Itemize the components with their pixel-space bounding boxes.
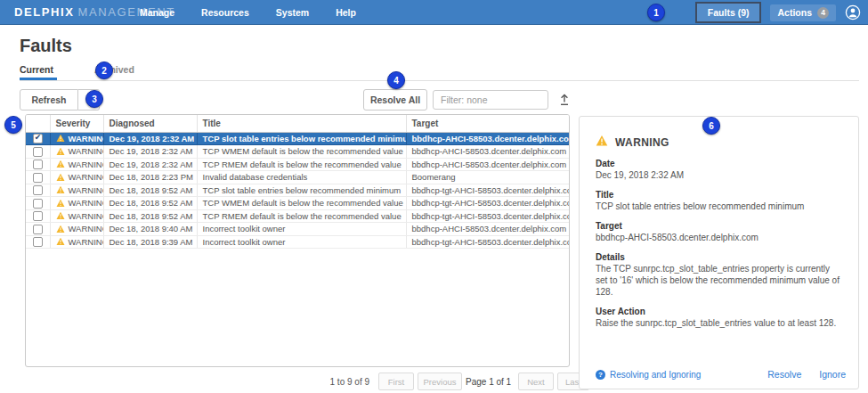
target-cell: bbdhcp-AHCI-58503.dcenter.delphix.com	[406, 132, 570, 145]
row-checkbox[interactable]	[33, 225, 43, 234]
menu-manage[interactable]: Manage	[140, 7, 174, 18]
diagnosed-cell: Dec 19, 2018 2:32 AM	[103, 158, 197, 171]
warning-icon	[596, 135, 608, 150]
target-cell: bbdhcp-tgt-AHCI-58503.dcenter.delphix.co…	[406, 209, 570, 223]
detail-field-target: Target bbdhcp-AHCI-58503.dcenter.delphix…	[596, 221, 843, 243]
field-value: bbdhcp-AHCI-58503.dcenter.delphix.com	[596, 232, 843, 243]
row-checkbox[interactable]	[33, 185, 43, 195]
export-icon[interactable]	[556, 91, 573, 109]
annotation-marker-6: 6	[702, 117, 720, 135]
warning-icon	[56, 185, 65, 194]
user-profile-icon[interactable]	[845, 4, 861, 20]
severity-label: WARNING	[69, 185, 104, 195]
severity-label: WARNING	[69, 237, 104, 247]
first-page-button[interactable]: First	[378, 373, 414, 390]
field-value: Raise the sunrpc.tcp_slot_table_entries …	[596, 317, 843, 329]
col-title: Title	[197, 115, 406, 132]
target-cell: bbdhcp-AHCI-58503.dcenter.delphix.com	[406, 145, 570, 159]
severity-label: WARNING	[69, 146, 104, 156]
field-label: User Action	[596, 307, 843, 316]
fault-row[interactable]: WARNING Dec 18, 2018 9:52 AM TCP RMEM de…	[26, 209, 570, 223]
row-checkbox[interactable]	[33, 134, 43, 143]
detail-severity-header: WARNING	[596, 135, 842, 150]
warning-icon	[56, 160, 65, 168]
resolve-all-button[interactable]: Resolve All	[363, 89, 427, 111]
severity-label: WARNING	[69, 198, 104, 208]
ignore-link[interactable]: Ignore	[819, 369, 846, 380]
diagnosed-cell: Dec 18, 2018 9:39 AM	[103, 235, 197, 249]
select-all-header	[26, 115, 50, 132]
faults-table: Severity Diagnosed Title Target WARNING	[25, 114, 570, 367]
faults-page: DELPHIXMANAGEMENT Manage Resources Syste…	[0, 0, 868, 393]
target-cell: bbdhcp-tgt-AHCI-58503.dcenter.delphix.co…	[406, 197, 570, 210]
warning-icon	[56, 134, 65, 143]
detail-footer: ? Resolving and Ignoring Resolve Ignore	[596, 369, 846, 380]
row-checkbox[interactable]	[33, 160, 43, 169]
row-checkbox[interactable]	[33, 147, 43, 157]
annotation-marker-2: 2	[95, 61, 113, 79]
detail-field-details: Details The TCP sunrpc.tcp_slot_table_en…	[596, 252, 843, 298]
faults-button[interactable]: Faults (9)	[695, 2, 762, 23]
target-cell: bbdhcp-tgt-AHCI-58503.dcenter.delphix.co…	[406, 184, 570, 197]
resolving-and-ignoring-link[interactable]: ? Resolving and Ignoring	[596, 370, 701, 380]
title-cell: TCP slot table entries below recommended…	[197, 184, 406, 197]
row-checkbox[interactable]	[33, 173, 43, 183]
diagnosed-cell: Dec 18, 2018 9:52 AM	[103, 184, 197, 197]
refresh-button[interactable]: Refresh	[20, 89, 78, 111]
menu-resources[interactable]: Resources	[201, 7, 249, 18]
page-indicator: Page 1 of 1	[466, 377, 511, 387]
warning-icon	[56, 147, 65, 156]
title-cell: Incorrect toolkit owner	[197, 235, 406, 249]
actions-count-badge: 4	[817, 7, 829, 19]
fault-row[interactable]: WARNING Dec 19, 2018 2:32 AM TCP RMEM de…	[26, 158, 570, 171]
severity-label: WARNING	[69, 224, 104, 233]
tab-bar: Current Archived	[20, 64, 859, 81]
resolve-link[interactable]: Resolve	[767, 369, 801, 380]
diagnosed-cell: Dec 19, 2018 2:32 AM	[103, 132, 197, 145]
target-cell: bbdhcp-AHCI-58503.dcenter.delphix.com	[406, 158, 570, 171]
row-checkbox[interactable]	[33, 211, 43, 221]
fault-row[interactable]: WARNING Dec 19, 2018 2:32 AM TCP WMEM de…	[26, 145, 570, 159]
title-cell: TCP slot table entries below recommended…	[197, 132, 406, 145]
fault-row[interactable]: WARNING Dec 18, 2018 9:52 AM TCP WMEM de…	[26, 197, 570, 210]
fault-row[interactable]: WARNING Dec 18, 2018 9:52 AM TCP slot ta…	[26, 184, 570, 197]
detail-actions: Resolve Ignore	[767, 369, 846, 380]
warning-icon	[56, 225, 65, 233]
warning-icon	[56, 173, 65, 182]
target-cell: Boomerang	[406, 171, 570, 184]
fault-row[interactable]: WARNING Dec 18, 2018 9:40 AM Incorrect t…	[26, 223, 570, 236]
previous-page-button[interactable]: Previous	[418, 373, 462, 390]
next-page-button[interactable]: Next	[518, 373, 554, 390]
field-label: Target	[596, 221, 843, 231]
actions-button-label: Actions	[777, 7, 812, 18]
topbar-right-cluster: Faults (9) Actions 4	[695, 0, 861, 25]
fault-row[interactable]: WARNING Dec 19, 2018 2:32 AM TCP slot ta…	[26, 132, 570, 145]
row-checkbox[interactable]	[33, 199, 43, 209]
detail-field-title: Title TCP slot table entries below recom…	[596, 190, 843, 212]
tab-current[interactable]: Current	[20, 64, 57, 80]
actions-button[interactable]: Actions 4	[770, 4, 836, 21]
field-value: Dec 19, 2018 2:32 AM	[596, 169, 843, 181]
field-value: The TCP sunrpc.tcp_slot_table_entries pr…	[596, 263, 843, 298]
target-cell: bbdhcp-tgt-AHCI-58503.dcenter.delphix.co…	[406, 235, 570, 249]
filter-input[interactable]	[433, 90, 548, 110]
menu-help[interactable]: Help	[336, 7, 356, 18]
title-cell: Incorrect toolkit owner	[197, 223, 406, 236]
annotation-marker-5: 5	[4, 116, 22, 134]
row-checkbox[interactable]	[33, 237, 43, 247]
diagnosed-cell: Dec 18, 2018 9:52 AM	[103, 197, 197, 210]
field-value: TCP slot table entries below recommended…	[596, 201, 843, 212]
col-severity: Severity	[50, 115, 103, 132]
pagination-bar: 1 to 9 of 9 First Previous Page 1 of 1 N…	[0, 373, 577, 391]
field-label: Details	[596, 252, 843, 262]
detail-field-date: Date Dec 19, 2018 2:32 AM	[596, 159, 843, 181]
title-cell: TCP RMEM default is below the recommende…	[197, 209, 406, 223]
annotation-marker-3: 3	[85, 90, 103, 108]
severity-label: WARNING	[69, 172, 104, 182]
fault-row[interactable]: WARNING Dec 18, 2018 2:23 PM Invalid dat…	[26, 171, 570, 184]
menu-system[interactable]: System	[276, 7, 309, 18]
title-cell: Invalid database credentials	[197, 171, 406, 184]
detail-severity-label: WARNING	[615, 136, 669, 149]
top-nav-bar: DELPHIXMANAGEMENT Manage Resources Syste…	[0, 0, 868, 25]
fault-row[interactable]: WARNING Dec 18, 2018 9:39 AM Incorrect t…	[26, 235, 570, 249]
